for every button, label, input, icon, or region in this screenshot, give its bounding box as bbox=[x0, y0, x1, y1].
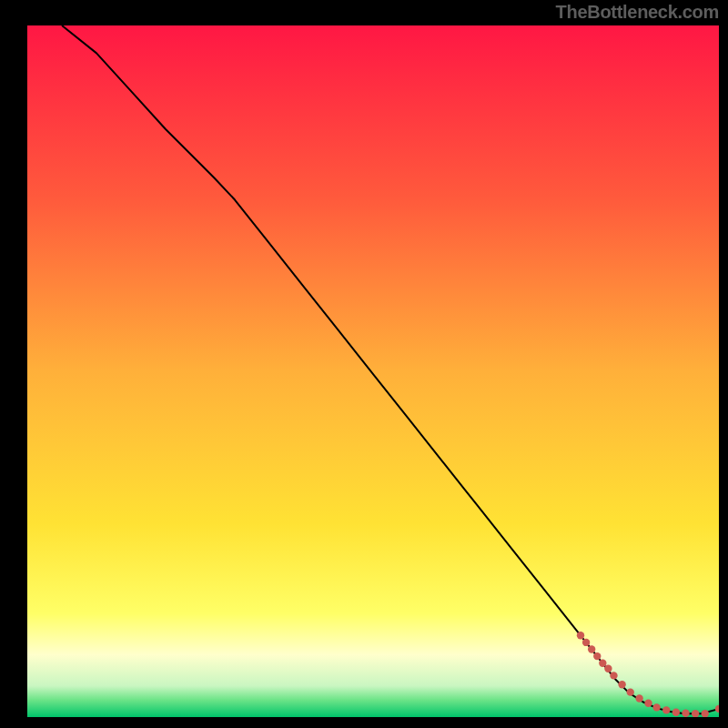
data-point bbox=[662, 706, 670, 713]
data-point bbox=[582, 639, 590, 646]
data-point bbox=[635, 694, 642, 702]
gradient-background bbox=[27, 25, 719, 717]
data-point bbox=[599, 660, 606, 667]
data-point bbox=[627, 688, 634, 695]
data-point bbox=[672, 708, 680, 715]
data-point bbox=[644, 700, 652, 707]
data-point bbox=[577, 632, 584, 639]
data-point bbox=[604, 665, 612, 672]
data-point bbox=[618, 681, 625, 688]
chart-container: TheBottleneck.com bbox=[0, 0, 728, 728]
data-point bbox=[652, 703, 660, 711]
attribution-text: TheBottleneck.com bbox=[556, 2, 719, 23]
data-point bbox=[588, 645, 595, 652]
data-point bbox=[610, 672, 617, 679]
plot-area bbox=[27, 25, 719, 717]
data-point bbox=[593, 652, 601, 660]
chart-svg bbox=[27, 25, 719, 717]
data-point bbox=[682, 710, 689, 717]
